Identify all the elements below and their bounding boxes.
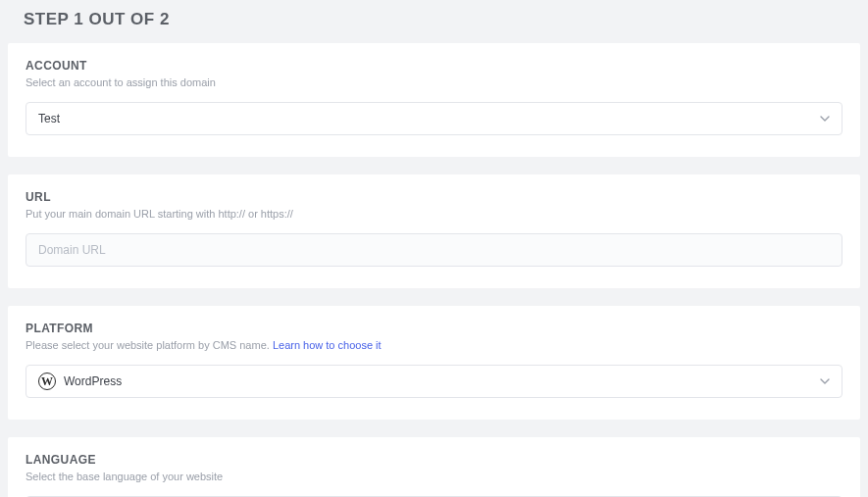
platform-learn-link[interactable]: Learn how to choose it <box>273 339 382 351</box>
wordpress-icon: W <box>38 373 56 390</box>
platform-card: PLATFORM Please select your website plat… <box>8 306 860 420</box>
account-select-value: Test <box>38 112 820 125</box>
platform-select-value: WordPress <box>64 374 820 388</box>
page-title: STEP 1 OUT OF 2 <box>0 0 868 43</box>
url-desc: Put your main domain URL starting with h… <box>26 208 842 220</box>
platform-title: PLATFORM <box>26 322 842 335</box>
language-card: LANGUAGE Select the base language of you… <box>8 437 860 497</box>
url-title: URL <box>26 190 842 204</box>
language-desc: Select the base language of your website <box>26 471 842 482</box>
language-title: LANGUAGE <box>26 453 842 467</box>
url-input[interactable] <box>38 243 830 257</box>
account-select[interactable]: Test <box>26 102 842 135</box>
chevron-down-icon <box>820 114 830 124</box>
account-title: ACCOUNT <box>26 59 842 73</box>
platform-desc: Please select your website platform by C… <box>26 339 842 351</box>
account-desc: Select an account to assign this domain <box>26 76 842 88</box>
account-card: ACCOUNT Select an account to assign this… <box>8 43 860 157</box>
url-card: URL Put your main domain URL starting wi… <box>8 174 860 288</box>
chevron-down-icon <box>820 376 830 386</box>
platform-desc-text: Please select your website platform by C… <box>26 339 273 351</box>
url-input-wrapper[interactable] <box>26 233 842 267</box>
platform-select[interactable]: W WordPress <box>26 365 842 398</box>
